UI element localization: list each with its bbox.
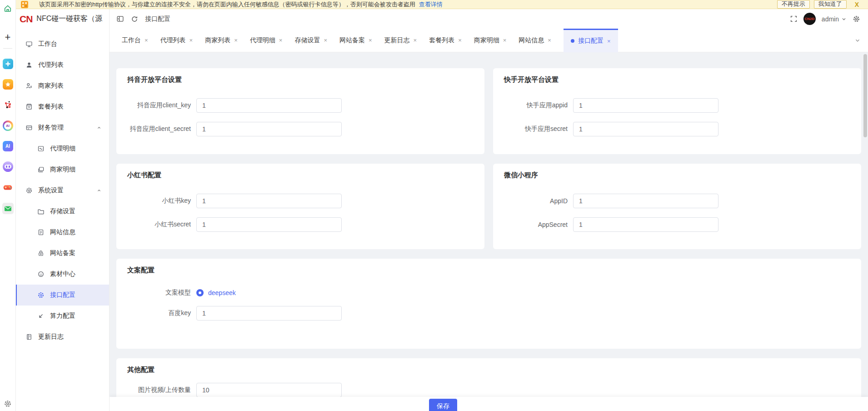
home-icon[interactable] bbox=[2, 3, 13, 14]
app-shortcut-ai-circle-icon[interactable]: AI bbox=[3, 120, 13, 131]
kuaishou-appid-input[interactable] bbox=[573, 98, 718, 113]
field-label: 小红书key bbox=[127, 197, 191, 205]
sidebar-item-material-center[interactable]: 素材中心 bbox=[15, 264, 109, 285]
tab-close-icon[interactable]: × bbox=[607, 38, 611, 45]
xhs-key-input[interactable] bbox=[196, 194, 342, 208]
sidebar-item-merchant-detail[interactable]: 商家明细 bbox=[15, 159, 109, 180]
user-menu[interactable]: admin bbox=[822, 15, 847, 23]
app-shortcut-network-icon[interactable] bbox=[2, 100, 13, 110]
sidebar-item-merchant-list[interactable]: 商家列表 bbox=[15, 75, 109, 96]
dock-settings-gear-icon[interactable] bbox=[2, 398, 13, 409]
tab-bar: 工作台 × 代理列表 × 商家列表 × 代理明细 × 存储设置 × 网站备案 ×… bbox=[109, 29, 868, 52]
warning-text: 该页面采用不加密的http传输协议，与你建立的连接不安全，请勿在页面内输入任何敏… bbox=[39, 0, 415, 9]
tab-changelog[interactable]: 更新日志 × bbox=[384, 36, 417, 45]
card-title: 快手开放平台设置 bbox=[504, 75, 850, 84]
field-label: AppID bbox=[504, 197, 568, 205]
app-shortcut-robot-icon[interactable] bbox=[3, 161, 13, 172]
tab-close-icon[interactable]: × bbox=[324, 37, 327, 44]
tab-storage-settings[interactable]: 存储设置 × bbox=[294, 36, 327, 45]
wechat-appsecret-input[interactable] bbox=[573, 217, 718, 232]
arrow-down-left-icon bbox=[37, 312, 45, 320]
wechat-appid-input[interactable] bbox=[573, 194, 718, 208]
app-dock: + AI AI bbox=[0, 0, 16, 411]
sidebar-item-package-list[interactable]: 套餐列表 bbox=[15, 96, 109, 117]
sidebar-item-changelog[interactable]: 更新日志 bbox=[15, 326, 109, 347]
tab-close-icon[interactable]: × bbox=[369, 37, 372, 44]
baidu-key-input[interactable] bbox=[196, 306, 342, 321]
username: admin bbox=[822, 15, 839, 23]
app-shortcut-teal-icon[interactable] bbox=[3, 59, 13, 69]
upload-count-input[interactable] bbox=[196, 383, 342, 397]
main-content: 抖音开放平台设置 抖音应用client_key 抖音应用client_secre… bbox=[109, 52, 868, 411]
tab-api-config[interactable]: 接口配置 × bbox=[564, 29, 618, 52]
collapse-sidebar-icon[interactable] bbox=[116, 15, 124, 23]
kuaishou-secret-input[interactable] bbox=[573, 122, 718, 136]
tab-close-icon[interactable]: × bbox=[414, 37, 417, 44]
field-label: 文案模型 bbox=[127, 289, 191, 297]
app-shortcut-star-icon[interactable] bbox=[3, 79, 13, 90]
sidebar-item-workbench[interactable]: 工作台 bbox=[15, 34, 109, 55]
douyin-client-secret-input[interactable] bbox=[196, 122, 342, 136]
app-shortcut-gamepad-icon[interactable] bbox=[2, 182, 13, 193]
dock-divider bbox=[3, 48, 12, 49]
active-tab-dot bbox=[571, 39, 574, 43]
chevron-up-icon bbox=[96, 125, 102, 130]
tab-overflow-chevron-icon[interactable] bbox=[854, 37, 861, 44]
side-navigation: 工作台 代理列表 商家列表 套餐列表 财务管理 代理明细 bbox=[15, 29, 109, 411]
card-douyin-settings: 抖音开放平台设置 抖音应用client_key 抖音应用client_secre… bbox=[116, 68, 484, 154]
tab-close-icon[interactable]: × bbox=[503, 37, 507, 44]
tab-agent-detail[interactable]: 代理明细 × bbox=[250, 36, 283, 45]
folder-icon bbox=[37, 208, 45, 215]
tab-agent-list[interactable]: 代理列表 × bbox=[160, 36, 193, 45]
lock-icon bbox=[37, 250, 45, 257]
tab-close-icon[interactable]: × bbox=[279, 37, 283, 44]
tab-site-icp[interactable]: 网站备案 × bbox=[339, 36, 372, 45]
field-label: AppSecret bbox=[504, 221, 568, 228]
got-it-button[interactable]: 我知道了 bbox=[814, 0, 847, 9]
tab-close-icon[interactable]: × bbox=[234, 37, 238, 44]
radio-label[interactable]: deepseek bbox=[208, 289, 236, 296]
sidebar-item-agent-list[interactable]: 代理列表 bbox=[15, 55, 109, 75]
site-favicon-icon bbox=[21, 1, 28, 8]
sidebar-item-finance[interactable]: 财务管理 bbox=[15, 117, 109, 138]
tab-close-icon[interactable]: × bbox=[145, 37, 148, 44]
tab-close-icon[interactable]: × bbox=[458, 37, 462, 44]
save-bar: 保存 bbox=[109, 397, 868, 411]
app-shortcut-mail-icon[interactable] bbox=[2, 203, 14, 214]
sidebar-item-agent-detail[interactable]: 代理明细 bbox=[15, 138, 109, 159]
save-button[interactable]: 保存 bbox=[429, 399, 457, 411]
fullscreen-icon[interactable] bbox=[790, 15, 798, 23]
radio-deepseek[interactable] bbox=[196, 289, 204, 296]
field-label: 图片视频/上传数量 bbox=[127, 386, 191, 394]
sidebar-item-system-settings[interactable]: 系统设置 bbox=[15, 180, 109, 201]
package-icon bbox=[25, 103, 33, 110]
settings-gear-icon[interactable] bbox=[853, 15, 860, 23]
sidebar-item-storage-settings[interactable]: 存储设置 bbox=[15, 201, 109, 222]
field-label: 快手应用appid bbox=[504, 101, 568, 110]
app-shortcut-ai-square-icon[interactable]: AI bbox=[3, 141, 13, 151]
refresh-icon[interactable] bbox=[131, 15, 138, 23]
tab-close-icon[interactable]: × bbox=[190, 37, 193, 44]
avatar[interactable]: CN2D bbox=[803, 13, 816, 25]
tab-package-list[interactable]: 套餐列表 × bbox=[429, 36, 462, 45]
sidebar-item-compute-config[interactable]: 算力配置 bbox=[15, 306, 109, 326]
view-details-link[interactable]: 查看详情 bbox=[419, 0, 443, 9]
tab-site-info[interactable]: 网站信息 × bbox=[519, 36, 551, 45]
sidebar-item-site-icp[interactable]: 网站备案 bbox=[15, 243, 109, 264]
scrollbar-thumb[interactable] bbox=[863, 54, 867, 137]
tab-merchant-detail[interactable]: 商家明细 × bbox=[474, 36, 507, 45]
user-icon bbox=[25, 61, 33, 69]
banner-close-icon[interactable]: X bbox=[855, 1, 859, 8]
tab-close-icon[interactable]: × bbox=[548, 37, 551, 44]
add-icon[interactable]: + bbox=[2, 32, 13, 43]
sidebar-item-api-config[interactable]: 接口配置 bbox=[15, 285, 109, 306]
xhs-secret-input[interactable] bbox=[196, 217, 342, 232]
tab-workbench[interactable]: 工作台 × bbox=[122, 36, 148, 45]
sidebar-item-site-info[interactable]: 网站信息 bbox=[15, 222, 109, 243]
chevron-down-icon bbox=[841, 16, 847, 22]
logo: CN bbox=[20, 14, 32, 25]
chevron-up-icon bbox=[96, 188, 102, 193]
dont-remind-button[interactable]: 不再提示 bbox=[777, 0, 810, 9]
douyin-client-key-input[interactable] bbox=[196, 98, 342, 113]
tab-merchant-list[interactable]: 商家列表 × bbox=[205, 36, 238, 45]
